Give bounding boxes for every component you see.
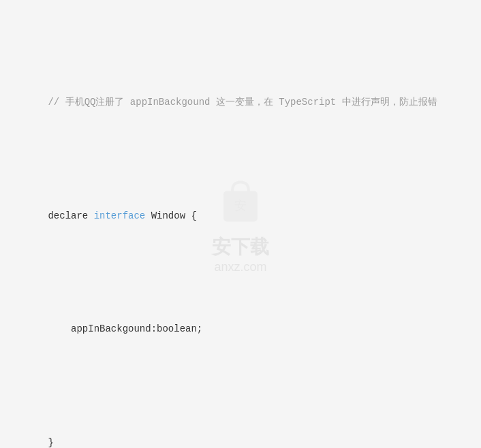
code-text: declare (48, 210, 93, 221)
code-block: // 手机QQ注册了 appInBackgound 这一变量，在 TypeScr… (14, 14, 467, 448)
code-text: } (48, 437, 53, 448)
code-text: Window { (145, 210, 197, 221)
interface-keyword: interface (94, 210, 146, 221)
code-line: // 手机QQ注册了 appInBackgound 这一变量，在 TypeScr… (14, 78, 467, 127)
code-line: } (14, 419, 467, 448)
code-line: declare interface Window { (14, 192, 467, 240)
code-container: // 手机QQ注册了 appInBackgound 这一变量，在 TypeScr… (0, 0, 481, 448)
code-text: appInBackgound:boolean; (48, 323, 202, 334)
code-line: appInBackgound:boolean; (14, 305, 467, 353)
comment-text: // 手机QQ注册了 appInBackgound 这一变量，在 TypeScr… (48, 97, 437, 108)
